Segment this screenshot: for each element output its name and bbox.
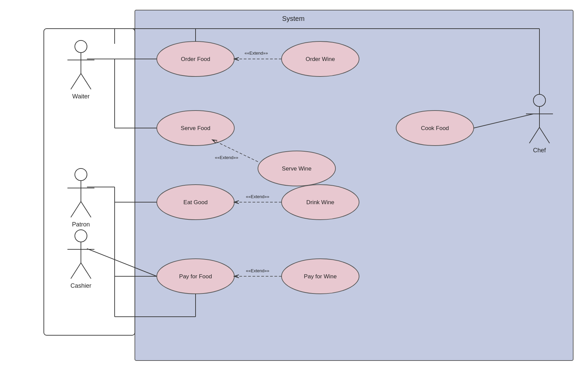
svg-point-0 [75, 40, 87, 53]
svg-text:««Extend»»: ««Extend»» [244, 51, 268, 56]
svg-text:Patron: Patron [72, 221, 90, 228]
svg-text:Serve Wine: Serve Wine [282, 165, 312, 172]
svg-text:««Extend»»: ««Extend»» [246, 268, 269, 273]
actor-border-box [44, 29, 135, 335]
svg-text:Serve Food: Serve Food [181, 125, 210, 131]
svg-text:Cashier: Cashier [70, 282, 91, 289]
actor-patron: Patron [67, 168, 94, 228]
actor-cashier: Cashier [67, 230, 94, 289]
svg-text:««Extend»»: ««Extend»» [215, 155, 238, 160]
actor-waiter: Waiter [67, 40, 94, 100]
uml-diagram: System Waiter Patron [0, 0, 588, 374]
system-title: System [282, 15, 305, 22]
svg-text:Drink Wine: Drink Wine [306, 199, 334, 206]
diagram-container: System Waiter Patron [0, 0, 588, 374]
svg-line-9 [71, 201, 81, 217]
svg-point-12 [75, 230, 87, 242]
svg-point-6 [75, 168, 87, 181]
svg-text:Order Food: Order Food [181, 56, 210, 62]
svg-line-16 [81, 263, 91, 279]
svg-text:Pay for Food: Pay for Food [179, 273, 212, 280]
svg-line-4 [81, 73, 91, 89]
svg-text:Cook Food: Cook Food [421, 125, 449, 131]
svg-text:««Extend»»: ««Extend»» [246, 194, 269, 199]
svg-text:Chef: Chef [533, 147, 546, 154]
svg-text:Waiter: Waiter [72, 93, 89, 100]
svg-text:Pay for Wine: Pay for Wine [304, 273, 336, 280]
svg-line-15 [71, 263, 81, 279]
svg-text:Eat Good: Eat Good [183, 199, 208, 206]
svg-line-10 [81, 201, 91, 217]
svg-line-3 [71, 73, 81, 89]
svg-text:Order Wine: Order Wine [306, 56, 335, 62]
